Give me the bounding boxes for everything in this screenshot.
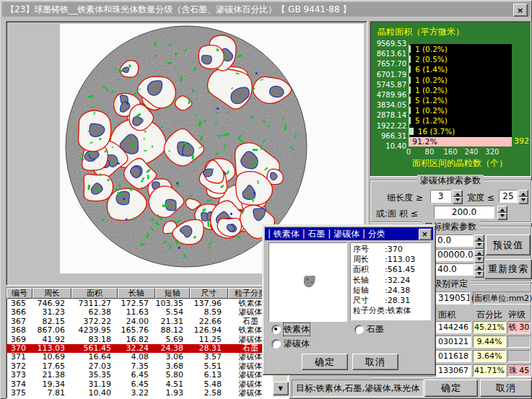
table-row[interactable]: 37321.3835.356.455.806.13渗碳体: [6, 371, 273, 380]
table-cell: 6.45: [118, 371, 155, 380]
particle-col-header[interactable]: 面积: [71, 288, 118, 299]
table-row[interactable]: 36631.2362.3811.635.548.59渗碳体: [6, 308, 273, 317]
radio-石墨[interactable]: 石墨: [354, 323, 384, 336]
grain-bin-label: 1 (0.2%): [415, 86, 448, 95]
y-axis-tick-label: 9569.53: [370, 40, 406, 48]
grain-bin-bar: [409, 107, 411, 114]
y-axis-tick-label: 2878.14: [370, 111, 406, 119]
table-cell: 28.31: [190, 344, 228, 353]
table-cell: 5.51: [190, 362, 228, 371]
width-label: 宽度 ≤: [467, 192, 494, 204]
spin-up-icon[interactable]: [521, 190, 526, 196]
particle-col-header[interactable]: 短轴: [155, 288, 190, 299]
table-row[interactable]: 3757.8110.403.221.932.58渗碳体: [6, 389, 273, 398]
table-row[interactable]: 365746.927311.27172.57103.35137.96铁素体: [6, 299, 273, 308]
target-stepper-2[interactable]: [474, 249, 484, 261]
grain-bin-bar: [409, 45, 411, 53]
table-cell: 103.35: [155, 299, 190, 308]
x-axis-tick-label: 320: [485, 148, 499, 156]
scroll-down-icon[interactable]: ▼: [273, 382, 289, 395]
table-cell: 11.25: [190, 336, 228, 344]
grading-pct-cell: 3.64%: [473, 350, 506, 362]
table-row[interactable]: 37110.6916.644.083.063.57渗碳体: [6, 353, 273, 361]
particle-detail-line: 尺寸:28.31: [353, 296, 430, 306]
width-stepper[interactable]: [518, 190, 528, 203]
spin-down-icon[interactable]: [455, 198, 460, 203]
table-cell: 366: [6, 308, 32, 317]
area-input[interactable]: 200.0: [434, 206, 494, 219]
table-cell: 21.38: [32, 371, 71, 380]
particle-table[interactable]: 编号周长面积长轴短轴尺寸粒子分类 365746.927311.27172.571…: [6, 287, 289, 399]
grain-bin-label: 5 (1.2%): [415, 116, 448, 125]
majority-bin-bar: 91.2%: [409, 137, 512, 146]
table-cell: 113.03: [32, 344, 71, 353]
particle-col-header[interactable]: 周长: [32, 288, 71, 299]
particle-col-header[interactable]: 编号: [6, 288, 32, 299]
table-cell: 3.68: [155, 362, 190, 371]
grading-legend: 级别评定: [430, 278, 471, 290]
table-row[interactable]: 368867.064239.95165.7688.12126.94铁素体: [6, 326, 273, 335]
table-row[interactable]: 36941.9283.1816.825.6911.25渗碳体: [6, 336, 273, 344]
y-axis-tick-label: 10.40: [370, 142, 406, 150]
slenderness-stepper[interactable]: [453, 190, 463, 203]
table-cell: 16.64: [71, 353, 118, 361]
spin-up-icon[interactable]: [477, 264, 481, 269]
detail-label: 长轴: [353, 276, 385, 286]
spin-down-icon[interactable]: [477, 243, 481, 248]
grain-total-count: 392: [514, 136, 529, 146]
dialog-ok-button[interactable]: 确定: [302, 354, 348, 370]
table-row[interactable]: 36782.15372.2224.0021.3122.66石墨: [6, 317, 273, 326]
dialog-close-icon[interactable]: ×: [419, 229, 432, 240]
particle-col-header[interactable]: 尺寸: [190, 288, 228, 299]
grading-grade-cell: [507, 336, 531, 348]
radio-渗碳体[interactable]: 渗碳体: [271, 338, 310, 350]
grading-pct-cell: 9.44%: [473, 336, 506, 348]
main-ok-button[interactable]: 确定: [424, 380, 478, 397]
preset-button[interactable]: 预设值: [486, 234, 531, 255]
table-cell: 372: [6, 362, 32, 371]
y-axis-tick-label: 4789.96: [370, 91, 406, 99]
dialog-cancel-button[interactable]: 取消: [352, 354, 398, 370]
particle-col-header[interactable]: 长轴: [118, 288, 155, 299]
total-area-field[interactable]: 319051: [435, 291, 470, 304]
spin-up-icon[interactable]: [477, 250, 481, 255]
spin-up-icon[interactable]: [500, 206, 505, 211]
table-row[interactable]: 370113.03561.4532.2424.3828.31石墨: [6, 344, 273, 353]
target-stepper-1[interactable]: [474, 234, 484, 247]
x-axis-tick-label: 80: [425, 148, 435, 156]
main-cancel-button[interactable]: 取消: [480, 380, 532, 397]
spin-up-icon[interactable]: [455, 190, 460, 196]
spin-down-icon[interactable]: [477, 258, 481, 263]
window-title: 【23】球墨铸铁__铁素体和珠光体数量分级（含石墨、渗碳体百分比）【 GB 94…: [6, 4, 351, 14]
radio-铁素体[interactable]: 铁素体: [271, 323, 310, 336]
table-row[interactable]: 37419.3431.196.454.515.48渗碳体: [6, 380, 273, 389]
table-cell: 22.66: [190, 317, 228, 326]
spin-down-icon[interactable]: [521, 198, 526, 203]
table-cell: 6.13: [190, 371, 228, 380]
research-button[interactable]: 重新搜索: [484, 259, 532, 279]
table-cell: 4.08: [118, 353, 155, 361]
grading-area-cell: 030121: [435, 336, 471, 348]
spin-down-icon[interactable]: [477, 272, 481, 277]
grading-grade-cell: 珠 45: [507, 364, 531, 377]
table-cell: 375: [6, 389, 32, 398]
table-cell: 27.03: [71, 362, 118, 371]
radio-icon[interactable]: [354, 325, 364, 334]
detail-label: 周长: [353, 255, 385, 265]
target-stepper-3[interactable]: [474, 263, 484, 276]
dialog-tabs[interactable]: | 铁素体 | 石墨 | 渗碳体 | 分类: [268, 229, 385, 239]
radio-icon[interactable]: [271, 339, 281, 348]
slenderness-input[interactable]: 3: [430, 190, 451, 203]
dialog-title-bar[interactable]: | 铁素体 | 石墨 | 渗碳体 | 分类 ×: [265, 227, 433, 240]
table-cell: 渗碳体: [228, 389, 273, 398]
radio-icon[interactable]: [271, 325, 281, 334]
table-row[interactable]: 37217.6527.037.353.685.51渗碳体: [6, 362, 273, 371]
width-input[interactable]: 25: [499, 190, 518, 203]
spin-up-icon[interactable]: [477, 235, 481, 240]
area-stepper[interactable]: [497, 206, 507, 219]
table-cell: 31.19: [71, 380, 118, 389]
table-cell: 2.58: [190, 389, 228, 398]
grain-bin-row: 2 (0.5%): [409, 54, 512, 64]
close-icon[interactable]: ×: [513, 4, 528, 17]
spin-down-icon[interactable]: [500, 214, 505, 219]
